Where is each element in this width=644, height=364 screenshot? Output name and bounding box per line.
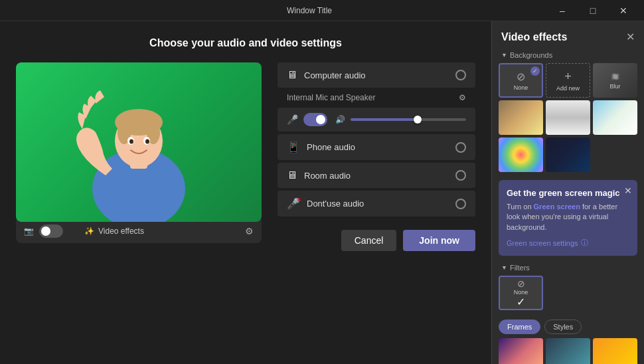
internal-mic-label: Internal Mic and Speaker — [287, 93, 375, 102]
minimize-button[interactable]: – — [547, 0, 578, 21]
background-colorful[interactable] — [499, 137, 543, 172]
effects-close-button[interactable]: ✕ — [626, 31, 635, 43]
room-audio-icon: 🖥 — [287, 169, 297, 181]
filter-none-icon: ⊘ — [517, 278, 525, 289]
room-audio-label: Room audio — [304, 171, 351, 181]
effects-title: Video effects — [501, 31, 567, 43]
join-now-button[interactable]: Join now — [403, 230, 475, 251]
page-title: Choose your audio and video settings — [149, 37, 342, 49]
volume-slider-thumb — [414, 116, 422, 124]
computer-audio-icon: 🖥 — [287, 69, 297, 81]
room-audio-left: 🖥 Room audio — [287, 169, 351, 181]
room-audio-option[interactable]: 🖥 Room audio — [278, 163, 475, 188]
filter-wave2[interactable] — [546, 338, 590, 364]
filter-wave1[interactable] — [499, 338, 543, 364]
effects-header: Video effects ✕ — [492, 21, 644, 48]
filter-tabs: Frames Styles — [492, 316, 644, 338]
computer-audio-radio[interactable] — [455, 70, 466, 80]
phone-audio-left: 📱 Phone audio — [287, 141, 355, 153]
video-effects-button[interactable]: ✨ Video effects — [84, 227, 144, 236]
filter-none-grid: ⊘ None ✓ — [492, 276, 644, 316]
background-none[interactable]: ⊘ None ✓ — [499, 63, 543, 98]
title-bar: Window Title – □ ✕ — [0, 0, 644, 21]
effects-panel: Video effects ✕ Backgrounds ⊘ None ✓ + A… — [491, 21, 644, 364]
none-icon: ⊘ — [517, 70, 525, 83]
add-icon: + — [564, 70, 572, 84]
backgrounds-grid: ⊘ None ✓ + Add new ≋ Blur — [492, 63, 644, 177]
video-controls-bar: 📷 ✨ Video effects ⚙ — [16, 219, 262, 243]
background-modern[interactable] — [546, 100, 590, 135]
selected-check: ✓ — [530, 66, 540, 76]
info-icon: ⓘ — [581, 238, 588, 248]
add-new-label: Add new — [556, 85, 580, 92]
window-controls: – □ ✕ — [547, 0, 639, 21]
styles-tab[interactable]: Styles — [544, 319, 582, 334]
phone-audio-radio[interactable] — [455, 142, 466, 153]
promo-close-button[interactable]: ✕ — [624, 185, 632, 196]
blur-label: Blur — [609, 83, 620, 90]
video-effects-icon: ✨ — [84, 227, 94, 236]
none-label: None — [514, 84, 528, 91]
speaker-icon: 🔊 — [335, 115, 345, 124]
filter-none[interactable]: ⊘ None ✓ — [499, 276, 543, 310]
background-add-new[interactable]: + Add new — [546, 63, 590, 98]
background-dark[interactable] — [546, 137, 590, 172]
filters-section: Filters ⊘ None ✓ Frames Styles — [492, 258, 644, 364]
promo-description: Turn on Green screen for a better look w… — [507, 202, 629, 232]
mic-control: 🎤 🔊 — [278, 108, 475, 132]
filter-orange[interactable] — [593, 338, 637, 364]
filter-none-label: None — [514, 289, 528, 296]
mic-icon: 🎤 — [287, 114, 298, 125]
no-audio-label: Dont'use audio — [307, 199, 364, 209]
settings-button[interactable]: ⚙ — [245, 226, 254, 236]
background-bright[interactable] — [593, 100, 637, 135]
svg-point-8 — [129, 139, 133, 144]
green-screen-settings-link[interactable]: Green screen settings ⓘ — [507, 238, 629, 248]
mic-settings-icon[interactable]: ⚙ — [459, 93, 466, 102]
audio-settings: 🖥 Computer audio Internal Mic and Speake… — [278, 62, 475, 353]
close-button[interactable]: ✕ — [608, 0, 639, 21]
content-area: Choose your audio and video settings — [0, 21, 491, 364]
room-audio-radio[interactable] — [455, 170, 466, 181]
action-buttons: Cancel Join now — [341, 230, 475, 251]
promo-green-screen-text: Green screen — [534, 203, 580, 211]
cancel-button[interactable]: Cancel — [341, 230, 397, 251]
no-audio-radio[interactable] — [455, 199, 466, 209]
no-audio-left: 🎤 ✕ Dont'use audio — [287, 197, 364, 210]
video-effects-label: Video effects — [98, 227, 144, 236]
phone-audio-label: Phone audio — [307, 142, 355, 152]
volume-slider[interactable] — [351, 118, 466, 121]
background-office[interactable] — [499, 100, 543, 135]
frames-tab[interactable]: Frames — [499, 319, 540, 334]
phone-audio-option[interactable]: 📱 Phone audio — [278, 134, 475, 160]
settings-icon: ⚙ — [245, 226, 254, 236]
computer-audio-label: Computer audio — [304, 70, 366, 80]
background-blur[interactable]: ≋ Blur — [593, 63, 637, 98]
computer-audio-left: 🖥 Computer audio — [287, 69, 366, 81]
internal-mic-row: Internal Mic and Speaker ⚙ — [278, 90, 475, 105]
main-container: Choose your audio and video settings — [0, 21, 644, 364]
computer-audio-option[interactable]: 🖥 Computer audio — [278, 62, 475, 88]
center-section: 📷 ✨ Video effects ⚙ 🖥 — [16, 62, 475, 353]
backgrounds-section-label: Backgrounds — [492, 48, 644, 63]
maximize-button[interactable]: □ — [578, 0, 608, 21]
person-illustration — [66, 69, 212, 222]
camera-icon: 📷 — [24, 227, 34, 236]
filter-selected-check: ✓ — [517, 296, 525, 308]
window-title: Window Title — [72, 6, 547, 15]
filters-grid — [492, 338, 644, 364]
camera-toggle[interactable] — [39, 225, 63, 238]
video-preview — [16, 62, 262, 222]
phone-audio-icon: 📱 — [287, 141, 300, 153]
no-audio-option[interactable]: 🎤 ✕ Dont'use audio — [278, 191, 475, 217]
no-audio-icon: 🎤 ✕ — [287, 197, 300, 210]
svg-point-9 — [145, 139, 149, 144]
green-screen-promo: ✕ Get the green screen magic Turn on Gre… — [499, 180, 637, 256]
filters-section-label: Filters — [492, 261, 644, 276]
blur-icon: ≋ — [611, 71, 619, 82]
promo-title: Get the green screen magic — [507, 188, 629, 198]
mic-toggle[interactable] — [303, 113, 327, 126]
